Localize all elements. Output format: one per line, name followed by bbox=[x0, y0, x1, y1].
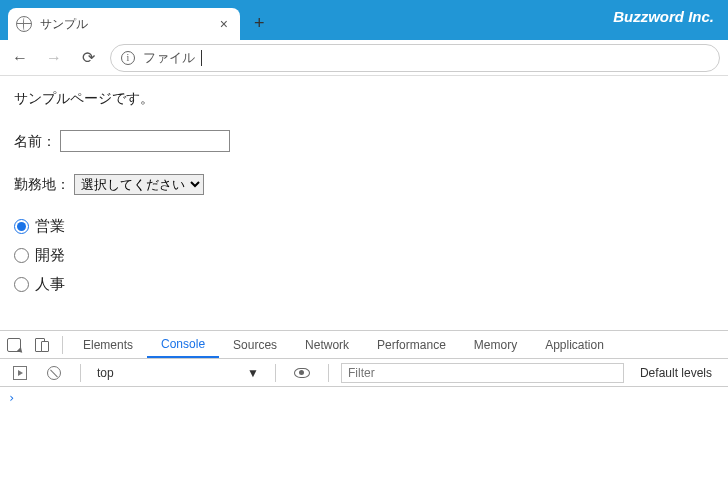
radio-label: 人事 bbox=[35, 275, 65, 294]
device-toggle-icon[interactable] bbox=[28, 338, 56, 352]
globe-icon bbox=[16, 16, 32, 32]
brand-label: Buzzword Inc. bbox=[613, 8, 714, 25]
page-content: サンプルページです。 名前： 勤務地： 選択してください 営業 開発 人事 bbox=[0, 76, 728, 318]
radio-option[interactable]: 人事 bbox=[14, 275, 714, 294]
console-sidebar-icon[interactable] bbox=[6, 366, 34, 380]
browser-titlebar: サンプル × + Buzzword Inc. bbox=[0, 0, 728, 40]
tab-application[interactable]: Application bbox=[531, 331, 618, 358]
browser-toolbar: ← → ⟳ i ファイル bbox=[0, 40, 728, 76]
radio-input[interactable] bbox=[14, 248, 29, 263]
devtools-tabbar: Elements Console Sources Network Perform… bbox=[0, 331, 728, 359]
live-expression-icon[interactable] bbox=[288, 368, 316, 378]
radio-label: 開発 bbox=[35, 246, 65, 265]
tab-console[interactable]: Console bbox=[147, 331, 219, 358]
log-levels-selector[interactable]: Default levels bbox=[630, 366, 722, 380]
forward-button[interactable]: → bbox=[42, 46, 66, 70]
tab-performance[interactable]: Performance bbox=[363, 331, 460, 358]
devtools-panel: Elements Console Sources Network Perform… bbox=[0, 330, 728, 500]
separator bbox=[62, 336, 63, 354]
tab-title: サンプル bbox=[40, 16, 208, 33]
tab-memory[interactable]: Memory bbox=[460, 331, 531, 358]
address-text: ファイル bbox=[143, 49, 195, 67]
location-label: 勤務地： bbox=[14, 176, 70, 192]
filter-input[interactable] bbox=[341, 363, 624, 383]
name-label: 名前： bbox=[14, 133, 56, 149]
back-button[interactable]: ← bbox=[8, 46, 32, 70]
console-prompt: › bbox=[8, 391, 15, 405]
context-label: top bbox=[97, 366, 114, 380]
context-selector[interactable]: top ▼ bbox=[93, 366, 263, 380]
radio-input[interactable] bbox=[14, 277, 29, 292]
radio-option[interactable]: 営業 bbox=[14, 217, 714, 236]
name-row: 名前： bbox=[14, 130, 714, 152]
radio-group: 営業 開発 人事 bbox=[14, 217, 714, 294]
separator bbox=[80, 364, 81, 382]
tab-network[interactable]: Network bbox=[291, 331, 363, 358]
location-row: 勤務地： 選択してください bbox=[14, 174, 714, 195]
inspect-icon[interactable] bbox=[0, 338, 28, 352]
browser-tab[interactable]: サンプル × bbox=[8, 8, 240, 40]
text-cursor bbox=[201, 50, 202, 66]
radio-option[interactable]: 開発 bbox=[14, 246, 714, 265]
new-tab-button[interactable]: + bbox=[240, 13, 279, 40]
name-input[interactable] bbox=[60, 130, 230, 152]
location-select[interactable]: 選択してください bbox=[74, 174, 204, 195]
clear-console-icon[interactable] bbox=[40, 366, 68, 380]
tab-sources[interactable]: Sources bbox=[219, 331, 291, 358]
separator bbox=[275, 364, 276, 382]
radio-label: 営業 bbox=[35, 217, 65, 236]
chevron-down-icon: ▼ bbox=[247, 366, 259, 380]
console-output[interactable]: › bbox=[0, 387, 728, 500]
tab-elements[interactable]: Elements bbox=[69, 331, 147, 358]
console-toolbar: top ▼ Default levels bbox=[0, 359, 728, 387]
info-icon[interactable]: i bbox=[121, 51, 135, 65]
close-icon[interactable]: × bbox=[216, 14, 232, 34]
reload-button[interactable]: ⟳ bbox=[76, 46, 100, 70]
radio-input[interactable] bbox=[14, 219, 29, 234]
address-bar[interactable]: i ファイル bbox=[110, 44, 720, 72]
separator bbox=[328, 364, 329, 382]
intro-text: サンプルページです。 bbox=[14, 90, 714, 108]
